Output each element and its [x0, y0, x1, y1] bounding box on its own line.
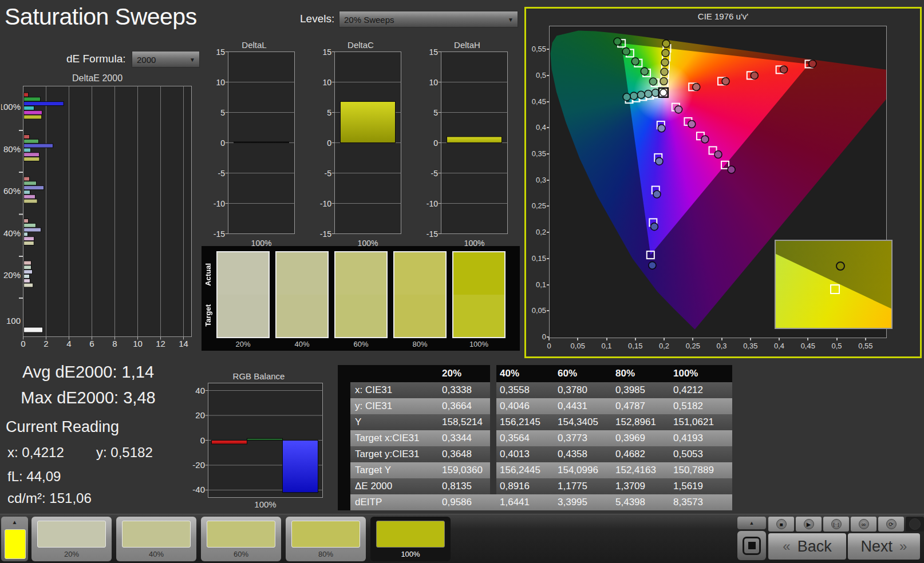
- mini-y-tick: 0: [327, 138, 331, 148]
- magenta-target-marker: [721, 161, 729, 169]
- up-arrow-icon: ▲: [1, 517, 28, 528]
- patch-label: 60%: [201, 550, 281, 558]
- sweep-swatch: 40%: [275, 251, 329, 348]
- back-button-label: Back: [797, 538, 832, 556]
- table-row: dEITP0,95861,64413,39955,43988,3573: [344, 494, 732, 510]
- cie-y-tick: 0,2: [527, 228, 546, 236]
- actual-target-swatch: [334, 251, 388, 338]
- table-cell: 0,4682: [612, 446, 670, 462]
- patch-button-100%[interactable]: 100%: [370, 517, 451, 561]
- play-button[interactable]: ▶: [796, 517, 822, 532]
- cie-zoom-inset: [775, 240, 893, 329]
- cie-x-tick: 0,55: [853, 342, 878, 350]
- chevron-left-icon: «: [783, 538, 790, 554]
- up-arrow-icon: ▲: [749, 520, 755, 526]
- patch-swatch: [122, 521, 191, 548]
- loop-range-button[interactable]: [··]: [823, 517, 849, 532]
- de-formula-dropdown[interactable]: 2000 ▼: [132, 51, 200, 68]
- back-button[interactable]: « Back: [768, 533, 846, 560]
- deltae-x-tick: 12: [156, 339, 165, 348]
- mini-y-tick: 15: [429, 49, 438, 57]
- mini-y-tick: 10: [322, 78, 331, 87]
- rgb-y-tick: 20: [195, 410, 205, 420]
- rgb-y-tick: 0: [200, 435, 205, 445]
- row-label: Target x:CIE31: [344, 430, 439, 446]
- table-cell: 0,4193: [670, 430, 732, 446]
- mini-y-tick: -5: [218, 169, 226, 178]
- actual-target-strip: Actual Target 20%40%60%80%100%: [202, 246, 520, 351]
- cyan-measured-marker: [637, 91, 645, 98]
- mini-y-tick: 15: [322, 49, 331, 57]
- yellow-measured-marker: [662, 40, 670, 47]
- table-cell: 5,4398: [612, 494, 670, 510]
- column-header: 20%: [439, 365, 496, 382]
- patch-button-20%[interactable]: 20%: [31, 517, 112, 561]
- de-formula-label: dE Formula:: [66, 53, 125, 65]
- levels-dropdown[interactable]: 20% Sweeps ▼: [339, 11, 518, 27]
- swatch-label: 60%: [334, 340, 388, 348]
- row-label: Y: [344, 414, 439, 430]
- calibration-app-window: Saturation Sweeps Levels: 20% Sweeps ▼ d…: [0, 0, 924, 563]
- cie-x-tick: 0,5: [824, 342, 850, 350]
- patch-button-40%[interactable]: 40%: [116, 517, 196, 561]
- current-patch-button[interactable]: ▲: [1, 517, 28, 561]
- table-row: Y158,5214156,2145154,3405152,8961151,062…: [344, 414, 732, 430]
- table-row: Target x:CIE310,33440,35640,37730,39690,…: [344, 430, 732, 446]
- deltae-group-label: 80%: [3, 144, 21, 154]
- chevron-down-icon: ▼: [508, 11, 514, 28]
- table-cell: 0,4787: [612, 398, 670, 414]
- blue-target-marker: [647, 251, 654, 259]
- table-row: Target y:CIE310,36480,40130,43580,46820,…: [344, 446, 732, 462]
- mini-y-tick: 5: [327, 108, 331, 117]
- cie-diagram-panel: CIE 1976 u'v' 00,050,10,150,20,250,30,35…: [524, 7, 922, 358]
- green-measured-marker: [641, 68, 648, 75]
- table-cell: 3,3995: [554, 494, 612, 510]
- yellow-measured-marker: [661, 59, 669, 66]
- cie-y-tickmark: [547, 49, 549, 50]
- rgb-y-tick: -40: [192, 485, 205, 494]
- deltah-chart: 151050-5-10-15100%: [424, 49, 511, 253]
- table-cell: 158,5214: [439, 414, 496, 430]
- table-cell: 8,3573: [670, 494, 732, 510]
- infinity-button[interactable]: ∞: [851, 517, 876, 532]
- refresh-button[interactable]: ⟳: [878, 517, 904, 532]
- chevron-right-icon: »: [899, 538, 907, 554]
- mini-y-tick: 5: [220, 108, 225, 117]
- cie-y-tickmark: [547, 310, 549, 311]
- table-cell: 0,3338: [439, 382, 496, 398]
- red-measured-marker: [722, 78, 729, 85]
- levels-label: Levels:: [300, 13, 334, 25]
- deltae-group-label: 20%: [3, 270, 21, 280]
- red-measured-marker: [809, 60, 816, 68]
- stop-button[interactable]: ■: [768, 517, 794, 532]
- levels-value: 20% Sweeps: [344, 15, 394, 25]
- table-cell: 0,3564: [496, 430, 554, 446]
- deltae-chart-title: DeltaE 2000: [1, 73, 194, 84]
- next-button[interactable]: Next »: [848, 533, 920, 560]
- table-cell: 0,3648: [439, 446, 496, 462]
- deltac-chart: 151050-5-10-15100%: [317, 49, 404, 253]
- column-header: 40%: [496, 365, 554, 382]
- actual-color: [277, 252, 327, 295]
- current-reading-heading: Current Reading: [6, 418, 119, 436]
- actual-target-swatch: [452, 251, 506, 338]
- patch-button-80%[interactable]: 80%: [286, 517, 366, 561]
- sweep-swatch: 80%: [393, 251, 447, 348]
- transport-disabled-slot: [906, 517, 924, 532]
- cie-x-tickmark: [635, 338, 636, 340]
- patch-label: 20%: [31, 550, 112, 558]
- table-cell: 1,1775: [554, 478, 612, 494]
- patch-window-up-button[interactable]: ▲: [737, 517, 766, 529]
- patch-button-60%[interactable]: 60%: [201, 517, 281, 561]
- actual-target-swatch: [216, 251, 270, 338]
- deltae-group-label: 40%: [3, 228, 21, 238]
- patch-window-button[interactable]: [737, 531, 766, 560]
- row-label: Target Y: [344, 462, 439, 478]
- red-measured-marker: [780, 66, 788, 73]
- sweep-swatch: 100%: [452, 251, 506, 348]
- mini-y-tick: 10: [429, 78, 438, 87]
- deltae-chart: 02468101214100%80%60%40%20%100: [1, 84, 194, 354]
- table-cell: 156,2445: [496, 462, 554, 478]
- cyan-measured-marker: [651, 89, 659, 97]
- actual-target-swatch: [393, 251, 447, 338]
